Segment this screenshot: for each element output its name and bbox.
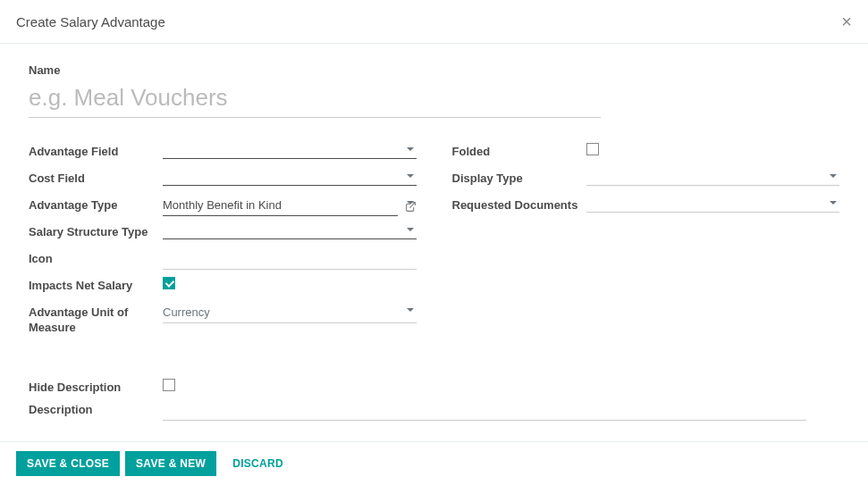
select-salary-structure-type[interactable]: [163, 223, 417, 239]
row-description: Description: [29, 401, 839, 421]
label-display-type: Display Type: [452, 170, 586, 187]
row-impacts-net-salary: Impacts Net Salary: [29, 277, 417, 297]
left-column: Advantage Field Cost Field Advantage Typ…: [29, 143, 417, 343]
row-folded: Folded: [452, 143, 840, 163]
label-icon: Icon: [29, 250, 163, 267]
input-icon[interactable]: [163, 250, 417, 270]
row-requested-documents: Requested Documents: [452, 197, 840, 216]
close-icon[interactable]: ×: [841, 13, 852, 30]
row-advantage-unit: Advantage Unit of Measure Currency: [29, 304, 417, 336]
name-label: Name: [29, 63, 839, 77]
select-cost-field[interactable]: [163, 170, 417, 186]
checkbox-hide-description[interactable]: [163, 379, 175, 391]
label-advantage-type: Advantage Type: [29, 197, 163, 213]
select-advantage-field[interactable]: [163, 143, 417, 159]
select-advantage-type[interactable]: Monthly Benefit in Kind: [163, 197, 398, 216]
select-display-type[interactable]: [586, 170, 840, 186]
discard-button[interactable]: DISCARD: [222, 451, 294, 476]
dialog-body: Name Advantage Field Cost Field Advantag…: [0, 44, 868, 437]
svg-line-0: [409, 202, 415, 207]
external-link-icon[interactable]: [405, 201, 417, 213]
row-salary-structure-type: Salary Structure Type: [29, 223, 417, 243]
row-advantage-field: Advantage Field: [29, 143, 417, 163]
row-display-type: Display Type: [452, 170, 840, 189]
input-description[interactable]: [163, 401, 806, 421]
dialog-footer: SAVE & CLOSE SAVE & NEW DISCARD: [0, 441, 868, 485]
checkbox-impacts-net-salary[interactable]: [163, 277, 175, 289]
save-new-button[interactable]: SAVE & NEW: [125, 451, 216, 476]
label-hide-description: Hide Description: [29, 379, 163, 394]
row-hide-description: Hide Description: [29, 379, 839, 394]
label-advantage-field: Advantage Field: [29, 143, 163, 160]
label-requested-documents: Requested Documents: [452, 197, 586, 213]
right-column: Folded Display Type Requested Documents: [452, 143, 840, 343]
label-folded: Folded: [452, 143, 586, 160]
save-close-button[interactable]: SAVE & CLOSE: [16, 451, 120, 476]
dialog-header: Create Salary Advantage ×: [0, 0, 868, 44]
checkbox-folded[interactable]: [586, 143, 599, 155]
select-advantage-unit[interactable]: Currency: [163, 304, 417, 323]
row-advantage-type: Advantage Type Monthly Benefit in Kind: [29, 197, 417, 216]
label-salary-structure-type: Salary Structure Type: [29, 223, 163, 240]
select-advantage-type-value: Monthly Benefit in Kind: [163, 198, 282, 212]
row-cost-field: Cost Field: [29, 170, 417, 189]
select-advantage-unit-value: Currency: [163, 305, 210, 319]
label-advantage-unit: Advantage Unit of Measure: [29, 304, 163, 336]
row-icon: Icon: [29, 250, 417, 270]
dialog-title: Create Salary Advantage: [16, 14, 165, 29]
form-columns: Advantage Field Cost Field Advantage Typ…: [29, 143, 839, 343]
name-input[interactable]: [29, 82, 601, 118]
select-requested-documents[interactable]: [586, 197, 840, 213]
label-impacts-net-salary: Impacts Net Salary: [29, 277, 163, 294]
label-cost-field: Cost Field: [29, 170, 163, 187]
label-description: Description: [29, 401, 163, 416]
